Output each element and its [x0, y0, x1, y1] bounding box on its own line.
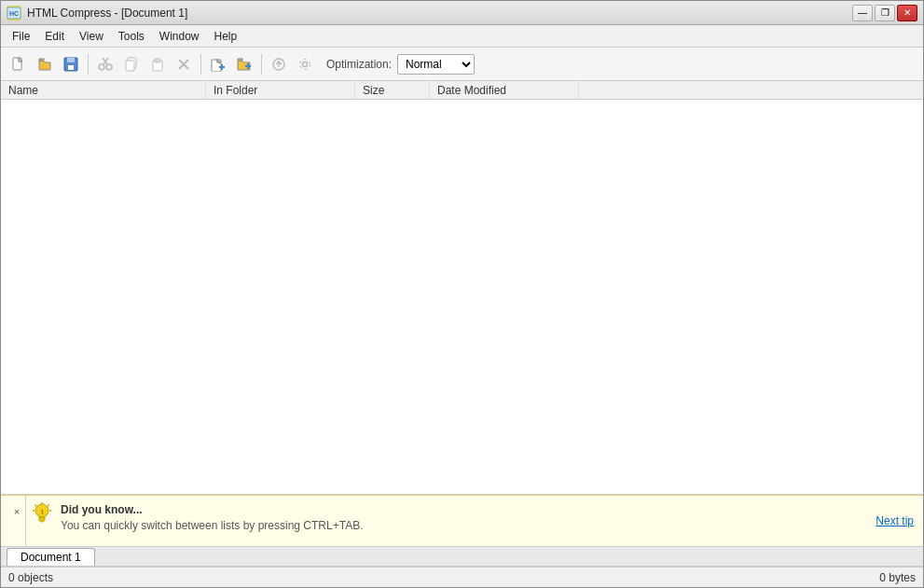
sep1: [88, 54, 89, 75]
menu-tools[interactable]: Tools: [111, 27, 152, 46]
file-list[interactable]: Name In Folder Size Date Modified: [1, 81, 923, 495]
svg-point-25: [303, 62, 308, 66]
menu-window[interactable]: Window: [152, 27, 207, 46]
tip-lightbulb-icon: !: [31, 501, 53, 527]
tip-title: Did you know...: [61, 503, 868, 516]
compress-button[interactable]: [267, 52, 291, 76]
svg-rect-14: [155, 59, 160, 62]
main-window: HC HTML Compress - [Document 1] — ❐ ✕ Fi…: [0, 0, 924, 588]
menu-help[interactable]: Help: [207, 27, 245, 46]
tip-panel: × ! Did you know... You can quickly swit: [1, 495, 923, 546]
paste-button[interactable]: [145, 52, 170, 76]
doc-tabbar: Document 1: [1, 546, 923, 567]
cut-button[interactable]: [93, 52, 117, 76]
toolbar: Optimization: Normal High Maximum Custom: [1, 48, 923, 81]
svg-text:!: !: [41, 508, 44, 516]
col-header-name[interactable]: Name: [1, 81, 206, 99]
minimize-button[interactable]: —: [852, 5, 873, 21]
col-header-folder[interactable]: In Folder: [206, 81, 355, 99]
optimization-select[interactable]: Normal High Maximum Custom: [397, 54, 475, 75]
svg-point-10: [106, 64, 112, 70]
svg-line-29: [35, 505, 37, 507]
menubar: File Edit View Tools Window Help: [1, 25, 923, 48]
statusbar: 0 objects 0 bytes: [1, 567, 923, 587]
svg-line-30: [48, 505, 49, 507]
add-folder-button[interactable]: [232, 52, 256, 76]
tip-close-button[interactable]: ×: [10, 505, 23, 518]
titlebar: HC HTML Compress - [Document 1] — ❐ ✕: [1, 1, 923, 25]
new-button[interactable]: [7, 52, 31, 76]
svg-rect-12: [126, 61, 134, 71]
status-bytes: 0 bytes: [879, 571, 916, 584]
add-files-button[interactable]: [206, 52, 230, 76]
sep2: [200, 54, 201, 75]
next-tip-link[interactable]: Next tip: [876, 514, 914, 527]
copy-button[interactable]: [119, 52, 144, 76]
status-objects: 0 objects: [8, 571, 53, 584]
svg-point-9: [99, 64, 104, 70]
sep3: [261, 54, 262, 75]
window-title: HTML Compress - [Document 1]: [27, 7, 852, 20]
svg-point-26: [300, 59, 310, 69]
file-list-body: [1, 100, 923, 494]
optimization-label: Optimization:: [326, 58, 392, 71]
open-button[interactable]: [33, 52, 57, 76]
restore-button[interactable]: ❐: [875, 5, 895, 21]
window-controls: — ❐ ✕: [852, 5, 917, 21]
doc-tab-1[interactable]: Document 1: [7, 548, 95, 566]
menu-view[interactable]: View: [72, 27, 111, 46]
tip-content: Did you know... You can quickly switch b…: [61, 503, 868, 532]
save-button[interactable]: [59, 52, 83, 76]
col-header-size[interactable]: Size: [355, 81, 430, 99]
menu-edit[interactable]: Edit: [37, 27, 72, 46]
svg-text:HC: HC: [9, 10, 19, 17]
col-header-date[interactable]: Date Modified: [430, 81, 579, 99]
svg-rect-5: [67, 58, 75, 62]
app-icon: HC: [7, 6, 21, 21]
tip-text: You can quickly switch between lists by …: [61, 519, 868, 532]
delete-button[interactable]: [172, 52, 196, 76]
settings-button[interactable]: [293, 52, 317, 76]
tip-vsep: [25, 496, 26, 546]
svg-rect-6: [68, 65, 74, 70]
main-content: Name In Folder Size Date Modified ×: [1, 81, 923, 546]
file-list-header: Name In Folder Size Date Modified: [1, 81, 923, 100]
menu-file[interactable]: File: [5, 27, 37, 46]
close-button[interactable]: ✕: [897, 5, 917, 21]
